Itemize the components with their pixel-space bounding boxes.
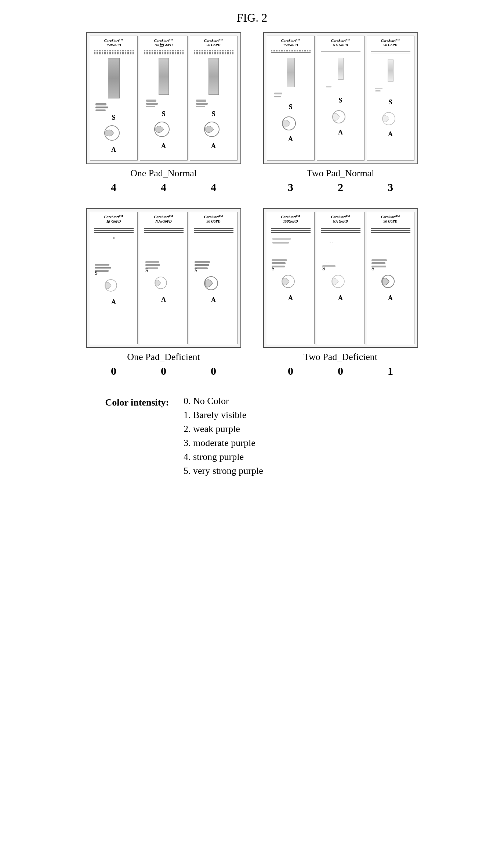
group-one-pad-deficient: CareStartTM 1β⁰G6PD S (86, 208, 241, 377)
score-12: 1 (367, 365, 414, 377)
card-lines-6 (371, 50, 410, 54)
card-lines-4 (271, 50, 311, 53)
card-normal-one-2: CareStartTM NКG6PD (140, 36, 188, 161)
group-label-two-pad-def: Two Pad_Deficient (304, 352, 377, 363)
svg-text:S: S (322, 266, 325, 271)
score-3: 4 (190, 181, 238, 194)
card-def-two-3: CareStartTM 90 G6PD S (367, 212, 414, 344)
label-a-2: A (161, 142, 166, 150)
svg-rect-13 (274, 96, 281, 97)
score-7: 0 (90, 365, 138, 377)
svg-rect-1 (95, 107, 108, 108)
label-s-6: S (388, 98, 392, 106)
circle-def-7 (103, 276, 125, 295)
circle-def-11 (329, 271, 352, 291)
card-lines-3 (194, 50, 233, 54)
svg-rect-4 (146, 100, 156, 102)
card-normal-one-1: CareStartTM 150G6PD (90, 36, 138, 161)
triple-lines-8 (144, 227, 184, 234)
color-intensity-label: Color intensity: (105, 396, 169, 408)
svg-text:S: S (95, 270, 98, 276)
scores-row-one-pad-def: 0 0 0 (90, 365, 238, 377)
group-one-pad-normal: CareStartTM 150G6PD (86, 32, 241, 194)
circle-def-10 (279, 271, 302, 291)
scattered-def-9: S (192, 260, 236, 271)
cards-row-normal-two: CareStartTM 150G6PD S (263, 32, 418, 164)
svg-text:S: S (145, 268, 148, 273)
group-two-pad-deficient: CareStartTM 15βG6PD (263, 208, 418, 377)
triple-lines-12 (371, 227, 410, 234)
svg-rect-38 (272, 262, 286, 264)
label-s-1: S (112, 114, 115, 122)
card-lines (94, 50, 134, 54)
triple-lines-9 (194, 227, 233, 234)
scattered-def-8: S (142, 260, 186, 271)
circle-bottom-5 (330, 107, 352, 125)
svg-rect-37 (272, 259, 287, 261)
bar-medium-3 (209, 58, 219, 95)
scores-row-two-pad-def: 0 0 1 (267, 365, 414, 377)
score-8: 0 (140, 365, 188, 377)
card-def-two-2: CareStartTM NA G6PD - - · · (317, 212, 365, 344)
svg-rect-20 (95, 264, 109, 266)
bar-thin-4 (287, 58, 295, 87)
card-def-one-1: CareStartTM 1β⁰G6PD S (90, 212, 138, 344)
svg-rect-35 (272, 238, 291, 240)
svg-rect-48 (371, 262, 385, 264)
bar-very-thin-6 (388, 60, 394, 82)
label-a-def-7: A (111, 298, 116, 306)
label-s-4: S (289, 103, 292, 111)
group-label-one-pad-def: One Pad_Deficient (127, 352, 200, 363)
scattered (92, 101, 136, 112)
group-label-two-pad-normal: Two Pad_Normal (307, 168, 374, 179)
circle-bottom-3 (203, 120, 225, 138)
svg-rect-2 (95, 109, 106, 111)
card-lines-2 (144, 50, 184, 54)
intensity-item-4: 4. strong purple (184, 451, 263, 462)
scattered-6 (369, 86, 413, 97)
score-5: 2 (317, 181, 365, 194)
circle-def-8 (153, 274, 175, 292)
score-2: 4 (140, 181, 188, 194)
label-a-4: A (288, 135, 293, 143)
circle-bottom-1 (103, 124, 125, 142)
card-def-one-3: CareStartTM 90 G6PD S (190, 212, 238, 344)
card-def-one-2: CareStartTM NJwG6PD S (140, 212, 188, 344)
svg-rect-21 (95, 267, 111, 269)
svg-rect-15 (326, 86, 331, 87)
scattered-def-12: S (369, 259, 413, 270)
card-header-2: CareStartTM NКG6PD (154, 38, 173, 47)
cards-row-deficient-two: CareStartTM 15βG6PD (263, 208, 418, 348)
svg-rect-30 (195, 261, 210, 263)
svg-rect-47 (371, 259, 387, 261)
score-4: 3 (267, 181, 315, 194)
scattered-def-7: S (92, 263, 136, 274)
label-s-3: S (211, 110, 215, 118)
circle-bottom-2 (153, 120, 175, 138)
svg-text:S: S (195, 268, 197, 273)
cards-row-deficient-one: CareStartTM 1β⁰G6PD S (86, 208, 241, 348)
bar-thick (108, 58, 120, 98)
svg-rect-12 (274, 93, 282, 94)
label-a-1: A (111, 146, 116, 154)
label-s-2: S (162, 110, 165, 118)
svg-rect-26 (145, 264, 160, 266)
svg-rect-9 (196, 103, 208, 105)
scattered-5 (319, 84, 363, 95)
bar-very-thin-5 (338, 58, 344, 80)
cards-row-normal-one: CareStartTM 150G6PD (86, 32, 241, 164)
scattered-3 (192, 98, 236, 109)
triple-lines-11 (321, 227, 360, 234)
card-header-1: CareStartTM 150G6PD (104, 38, 123, 47)
label-a-def-8: A (161, 296, 166, 303)
score-11: 0 (317, 365, 365, 377)
card-normal-two-3: CareStartTM 90 G6PD S (367, 36, 414, 161)
intensity-item-2: 2. weak purple (184, 424, 263, 435)
score-9: 0 (190, 365, 238, 377)
intensity-item-1: 1. Barely visible (184, 410, 263, 421)
card-header-12: CareStartTM 90 G6PD (381, 215, 400, 224)
card-header-3: CareStartTM 90 G6PD (204, 38, 223, 47)
intensity-item-3: 3. moderate purple (184, 437, 263, 449)
label-a-3: A (211, 142, 216, 150)
svg-rect-0 (95, 103, 106, 105)
